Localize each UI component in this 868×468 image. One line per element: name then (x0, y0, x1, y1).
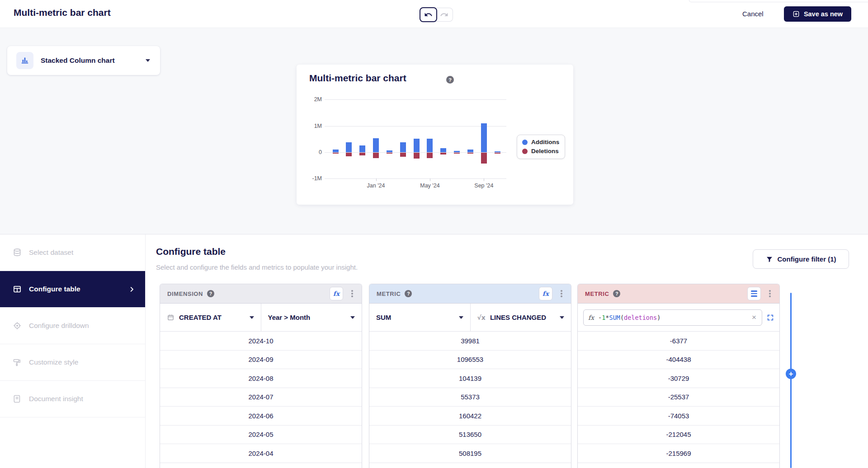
table-row: 2024-05 (160, 426, 362, 445)
table-cell: 1096553 (457, 356, 483, 363)
kebab-menu-icon[interactable] (347, 287, 357, 300)
legend-label: Additions (531, 139, 559, 145)
configure-filter-button[interactable]: Configure filter (1) (753, 249, 849, 269)
legend-item-additions[interactable]: Additions (522, 139, 559, 145)
table-cell: 104139 (459, 374, 481, 382)
level-label: Year > Month (268, 314, 311, 321)
cancel-button[interactable]: Cancel (739, 9, 767, 19)
save-as-new-button[interactable]: Save as new (784, 6, 851, 22)
field-label: LINES CHANGED (490, 314, 546, 321)
table-row: 2024-09 (160, 351, 362, 370)
plus-square-icon (793, 10, 800, 18)
sidebar-item-label: Select dataset (29, 248, 135, 257)
column-metric-2: METRIC ? fx -1*SUM(deletions) × -6377-40… (577, 284, 780, 468)
sidebar-item-label: Document insight (29, 395, 135, 403)
bar-additions (427, 139, 433, 152)
chart-type-label: Stacked Column chart (41, 56, 138, 65)
formula-token-paren: ) (657, 314, 660, 321)
clear-formula-button[interactable]: × (751, 314, 757, 321)
drilldown-icon (13, 321, 22, 330)
filter-icon (766, 256, 773, 263)
legend-item-deletions[interactable]: Deletions (522, 148, 559, 154)
help-icon[interactable]: ? (613, 290, 620, 297)
chart-card: Multi-metric bar chart ? 2M1M0-1MJan '24… (297, 65, 573, 205)
table-row: -6377 (578, 332, 779, 351)
table-row: 2024-07 (160, 388, 362, 407)
table-row: 160422 (369, 407, 571, 426)
bar-deletions (387, 153, 392, 154)
legend-dot (522, 140, 528, 145)
sidebar-item-configure-drilldown[interactable]: Configure drilldown (0, 308, 145, 344)
help-icon[interactable]: ? (207, 290, 214, 297)
table-cell: 2024-05 (248, 431, 273, 438)
bar-deletions (481, 153, 487, 164)
top-bar: Multi-metric bar chart Cancel Save as ne… (0, 0, 868, 28)
sidebar-item-label: Configure drilldown (29, 322, 135, 330)
table-cell: 55373 (461, 393, 480, 401)
sidebar-item-select-dataset[interactable]: Select dataset (0, 234, 145, 271)
table-cell: 2024-10 (248, 337, 273, 345)
table-cell: -404438 (666, 356, 691, 363)
aggregation-selector-sum[interactable]: SUM (369, 304, 470, 331)
configure-subtitle: Select and configure the fields and metr… (156, 263, 358, 271)
table-cell: 2024-09 (248, 356, 273, 363)
formula-fx-button[interactable]: fx (330, 287, 343, 300)
table-cell: 2024-08 (248, 374, 273, 382)
database-icon (13, 248, 22, 257)
bar-deletions (400, 153, 406, 157)
table-cell: 508195 (459, 449, 481, 457)
expand-formula-button[interactable] (767, 314, 774, 321)
table-cell: -6377 (670, 337, 687, 345)
formula-input[interactable]: fx -1*SUM(deletions) × (583, 309, 762, 326)
sidebar-item-customize-style[interactable]: Customize style (0, 344, 145, 381)
table-row: 508195 (369, 444, 571, 463)
redo-button[interactable] (436, 8, 453, 22)
metric-1-selectors: SUM √x LINES CHANGED (369, 304, 571, 332)
level-selector-year-month[interactable]: Year > Month (261, 304, 362, 331)
save-as-new-label: Save as new (804, 10, 843, 18)
dimension-values: 2024-102024-092024-082024-072024-062024-… (160, 332, 362, 468)
chart-type-selector[interactable]: Stacked Column chart (7, 46, 160, 75)
field-selector-created-at[interactable]: CREATED AT (160, 304, 261, 331)
kebab-menu-icon[interactable] (765, 287, 775, 300)
table-row: -25537 (578, 388, 779, 407)
formula-token-op: * (605, 314, 609, 321)
kebab-menu-icon[interactable] (557, 287, 566, 300)
table-row: -74053 (578, 407, 779, 426)
x-axis-label: Jan '24 (360, 183, 392, 189)
table-row: -404438 (578, 351, 779, 370)
gridline (325, 178, 506, 179)
help-icon[interactable]: ? (405, 290, 412, 297)
legend-dot (522, 149, 528, 154)
sidebar-item-configure-table[interactable]: Configure table (0, 271, 145, 308)
bar-additions (333, 150, 339, 152)
column-metric-1: METRIC ? fx SUM √x LINES CHANGED 3998110… (369, 284, 571, 468)
undo-icon (424, 10, 433, 19)
field-selector-lines-changed[interactable]: √x LINES CHANGED (470, 304, 571, 331)
formula-token-field: deletions (624, 314, 657, 321)
undo-button[interactable] (420, 7, 437, 22)
bar-deletions (414, 153, 420, 159)
bar-additions (400, 142, 406, 152)
add-column-button[interactable]: + (786, 369, 796, 379)
sidebar-item-label: Customize style (29, 358, 135, 366)
table-cell: -30729 (668, 374, 689, 382)
table-cell: -212045 (666, 431, 691, 438)
table-row: 2024-06 (160, 407, 362, 426)
gridline (325, 99, 506, 100)
table-row: -30729 (578, 369, 779, 388)
configure-title: Configure table (156, 246, 226, 257)
metric-2-values: -6377-404438-30729-25537-74053-212045-21… (578, 332, 779, 468)
table-row (578, 463, 779, 468)
sidebar-item-document-insight[interactable]: Document insight (0, 381, 145, 417)
page-title: Multi-metric bar chart (14, 7, 111, 18)
bar-deletions (346, 153, 352, 156)
formula-fx-button[interactable]: fx (539, 287, 552, 300)
bar-additions (346, 142, 352, 152)
table-row (369, 463, 571, 468)
chevron-down-icon (560, 316, 564, 319)
table-cell: 2024-04 (248, 449, 273, 457)
formula-token-op: - (598, 314, 602, 321)
table-row: -215969 (578, 444, 779, 463)
menu-button[interactable] (747, 287, 761, 300)
